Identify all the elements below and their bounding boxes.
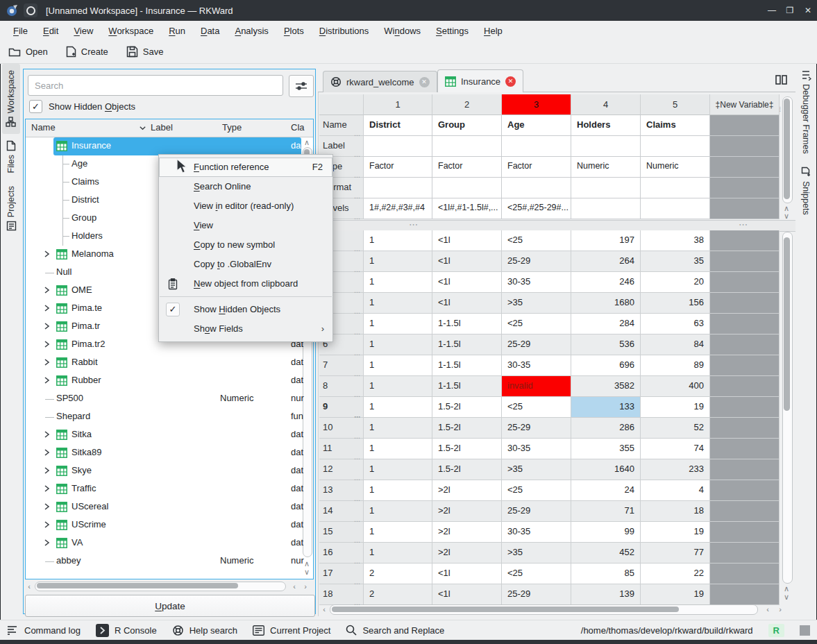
new-variable-cell[interactable] (710, 397, 780, 418)
meta-cell[interactable]: Numeric (571, 157, 641, 178)
menu-item-show-fields[interactable]: Show Fields› (159, 319, 332, 339)
data-cell[interactable]: 1 (364, 397, 432, 418)
data-cell[interactable]: 286 (571, 418, 641, 439)
close-button[interactable]: ✕ (799, 0, 817, 21)
tree-item-Rabbit[interactable]: Rabbitdat (26, 354, 313, 372)
data-cell[interactable]: 25-29 (502, 418, 571, 439)
chevron-right-icon[interactable] (42, 539, 52, 548)
new-variable-cell[interactable] (710, 272, 780, 293)
data-cell[interactable]: 197 (571, 230, 641, 251)
scroll-down-icon[interactable]: ∨ (303, 568, 311, 575)
scroll-up-icon[interactable]: ∧ (782, 205, 791, 212)
new-variable-cell[interactable] (710, 157, 780, 178)
maximize-button[interactable]: ❐ (781, 0, 799, 21)
data-cell[interactable]: 1 (364, 230, 432, 251)
tree-column-label[interactable]: Label (151, 122, 173, 133)
data-cell[interactable]: <1l (432, 584, 502, 605)
menu-distributions[interactable]: Distributions (312, 24, 377, 38)
data-cell[interactable]: <25 (502, 564, 571, 584)
menu-plots[interactable]: Plots (276, 24, 312, 38)
data-cell[interactable]: 18 (641, 501, 710, 522)
create-button[interactable]: Create (66, 46, 108, 58)
menu-item-show-hidden-objects[interactable]: Show Hidden Objects✓ (159, 300, 332, 319)
statusbar-r-console[interactable]: R Console (96, 624, 157, 637)
tree-column-type[interactable]: Type (222, 122, 242, 133)
row-header[interactable]: 18 (319, 584, 364, 605)
new-variable-cell[interactable] (710, 584, 780, 605)
search-input[interactable] (28, 75, 283, 96)
tree-column-cla[interactable]: Cla (291, 122, 305, 133)
data-cell[interactable]: 1 (364, 314, 432, 334)
menu-view[interactable]: View (66, 24, 101, 38)
meta-scroll-thumb[interactable] (784, 99, 790, 199)
data-cell[interactable]: 355 (571, 439, 641, 459)
scroll-left-icon[interactable]: ‹ (290, 583, 298, 590)
scroll-right-icon[interactable]: › (776, 606, 784, 613)
data-cell[interactable]: <1l (432, 230, 502, 251)
column-header-2[interactable]: 2 (432, 94, 502, 115)
show-hidden-objects-checkbox[interactable]: ✓ Show Hidden Objects (29, 100, 135, 113)
data-cell[interactable]: 1 (364, 251, 432, 272)
data-cell[interactable]: 19 (641, 397, 710, 418)
data-cell[interactable]: 35 (641, 251, 710, 272)
data-cell[interactable]: 30-35 (502, 439, 571, 459)
tree-item-Skye[interactable]: Skyedat (26, 462, 313, 480)
data-cell[interactable]: >35 (502, 293, 571, 314)
tree-item-Sitka[interactable]: Sitkadat (26, 426, 313, 444)
column-header-5[interactable]: 5 (641, 94, 710, 115)
data-cell[interactable]: 1680 (571, 293, 641, 314)
data-cell[interactable]: invalid (502, 376, 571, 397)
chevron-right-icon[interactable] (42, 322, 52, 332)
data-cell[interactable]: 30-35 (502, 355, 571, 376)
data-cell[interactable]: 1 (364, 376, 432, 397)
data-cell[interactable]: 1.5-2l (432, 459, 502, 480)
chevron-right-icon[interactable] (42, 340, 52, 350)
data-cell[interactable]: 20 (641, 272, 710, 293)
data-cell[interactable]: 99 (571, 522, 641, 543)
sidebar-tab-debugger-frames[interactable]: Debugger Frames (795, 64, 816, 160)
chevron-right-icon[interactable] (42, 430, 52, 440)
tree-item-Traffic[interactable]: Trafficdat (26, 480, 313, 498)
meta-cell[interactable]: Factor (432, 157, 502, 178)
sidebar-tab-files[interactable]: Files (1, 134, 22, 179)
row-header[interactable]: 9 (319, 397, 364, 418)
data-cell[interactable]: >35 (502, 459, 571, 480)
data-cell[interactable]: 63 (641, 314, 710, 334)
meta-cell[interactable]: Age (502, 115, 571, 136)
menu-file[interactable]: File (6, 24, 35, 38)
menu-item-search-online[interactable]: Search Online (159, 177, 332, 196)
tree-item-SP500[interactable]: SP500Numericnur (26, 390, 313, 408)
data-cell[interactable]: 400 (641, 376, 710, 397)
row-header[interactable]: 10 (319, 418, 364, 439)
chevron-right-icon[interactable] (42, 520, 52, 530)
data-cell[interactable]: 25-29 (502, 584, 571, 605)
data-cell[interactable]: <1l (432, 564, 502, 584)
data-cell[interactable]: <1l (432, 293, 502, 314)
data-cell[interactable]: 25-29 (502, 334, 571, 355)
data-cell[interactable]: >2l (432, 522, 502, 543)
menu-item-view[interactable]: View (159, 216, 332, 235)
open-button[interactable]: Open (8, 46, 48, 58)
sidebar-tab-workspace[interactable]: Workspace (2, 64, 20, 134)
scroll-left-icon[interactable]: ‹ (764, 606, 772, 613)
scroll-left-icon[interactable]: ‹ (320, 606, 328, 613)
data-cell[interactable]: 1 (364, 418, 432, 439)
tree-item-UScrime[interactable]: UScrimedat (26, 516, 313, 534)
data-cell[interactable]: 1.5-2l (432, 439, 502, 459)
chevron-right-icon[interactable] (42, 466, 52, 476)
update-button[interactable]: Update (25, 595, 315, 617)
new-variable-cell[interactable] (710, 334, 780, 355)
new-variable-cell[interactable] (710, 522, 780, 543)
data-cell[interactable]: 1 (364, 293, 432, 314)
data-cell[interactable]: 30-35 (502, 522, 571, 543)
tree-column-name[interactable]: Name (31, 122, 56, 133)
scroll-left-icon[interactable]: ‹ (25, 583, 33, 590)
close-icon[interactable]: ✕ (505, 76, 516, 87)
tree-item-Shepard[interactable]: Shepardfun (26, 408, 313, 426)
row-header[interactable]: 14 (319, 501, 364, 522)
data-cell[interactable]: 536 (571, 334, 641, 355)
data-cell[interactable]: >2l (432, 543, 502, 564)
row-header[interactable]: 13 (319, 480, 364, 501)
scroll-up-icon[interactable]: ∧ (303, 139, 311, 146)
data-cell[interactable]: 156 (641, 293, 710, 314)
